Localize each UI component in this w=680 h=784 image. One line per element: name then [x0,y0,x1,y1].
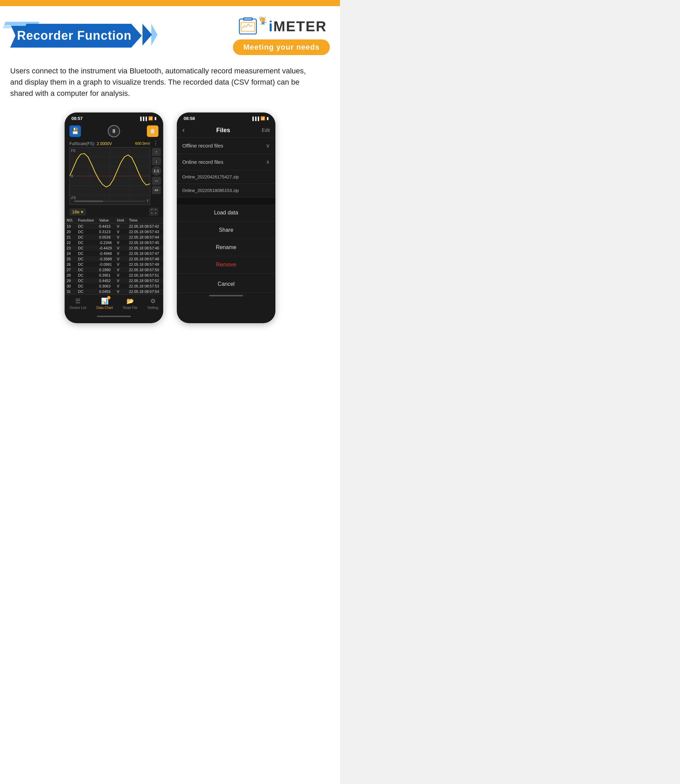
table-row: 19DC0.4415V22.05.18 08:57:42 [65,224,163,229]
phone2-home-bar [177,293,275,300]
home-indicator [97,316,131,317]
scroll-right-button[interactable]: ⇔ [152,186,161,194]
load-data-button[interactable]: Load data [177,204,275,222]
nav-setting-label: Setting [148,306,158,310]
signal-icon: ▐▐▐ [139,116,147,121]
description-text: Users connect to the instrument via Blue… [10,65,316,99]
waveform-svg [70,148,150,204]
phone2-status-bar: 08:58 ▐▐▐ 📶 ▮ [177,113,275,123]
phone2-time: 08:58 [184,116,195,121]
nav-data-chart-label: Data Chart [96,306,113,310]
online-record-files-label: Online record files [182,159,224,165]
channel-label: 18e [72,209,80,214]
phone2-topbar: ‹ Files Edit [177,123,275,137]
chart-fs-label: FS [71,149,76,152]
table-row: 23DC-0.4429V22.05.18 08:57:46 [65,245,163,251]
wifi-icon: 📶 [148,116,153,121]
svg-rect-15 [74,201,103,202]
zoom-1to1-button[interactable]: 1:1 [152,166,161,176]
back-button[interactable]: ‹ [182,126,185,135]
chart-controls: ↑ ↓ 1:1 ↔ ⇔ [152,147,161,205]
setting-icon: ⚙ [150,297,156,305]
chevron-down-icon: ▾ [81,209,83,214]
full-scale-bar: FullScale(FS): 2.0000V 600.0mV ⋮ [65,139,163,147]
action-list: Load dataShareRenameRemoveCancel [177,204,275,293]
logo-area: 📡 i iMETER Meeting your needs [233,16,330,55]
table-row: 25DC-0.3589V22.05.18 08:57:48 [65,256,163,262]
col-value: Value [97,217,115,224]
chart-zero-label: 0 [71,174,73,178]
table-row: 22DC-0.2346V22.05.18 08:57:45 [65,240,163,245]
main-content: Recorder Function 📡 [0,6,340,784]
zoom-up-button[interactable]: ↑ [152,148,161,156]
nav-device-list[interactable]: ☰ Device List [70,297,87,310]
nav-read-file[interactable]: 📂 Read File [123,297,137,310]
wifi-icon: 📶 [260,116,265,121]
expand-icon: ⛶ [151,209,156,214]
phone1: 08:57 ▐▐▐ 📶 ▮ 💾 ⏸ 🗑 [65,113,163,323]
zoom-down-button[interactable]: ↓ [152,157,161,165]
logo-text: iMETER [269,18,327,35]
header: Recorder Function 📡 [10,13,330,55]
svg-point-4 [260,17,265,22]
cancel-button[interactable]: Cancel [177,276,275,293]
nav-data-chart[interactable]: 📊● Data Chart [96,297,113,310]
save-button[interactable]: 💾 [69,126,81,137]
table-row: 26DC-0.0991V22.05.18 08:57:49 [65,262,163,267]
nav-read-file-label: Read File [123,306,137,310]
rename-button[interactable]: Rename [177,239,275,256]
file-item[interactable]: Online_20220518085153.zip [177,184,275,198]
logo-tagline: Meeting your needs [233,39,330,55]
share-button[interactable]: Share [177,222,275,239]
nav-setting[interactable]: ⚙ Setting [148,297,158,310]
data-table-container: NO. Function Value Unit Time 19DC0.4415V… [65,217,163,294]
file-item[interactable]: Online_20220426175427.zip [177,170,275,184]
full-scale-label: FullScale(FS): [69,141,95,146]
table-row: 24DC-0.4948V22.05.18 08:57:47 [65,251,163,256]
data-table: NO. Function Value Unit Time 19DC0.4415V… [65,217,163,294]
offline-record-files-row[interactable]: Offline record files ∨ [177,138,275,154]
svg-rect-0 [239,19,257,34]
chart-area[interactable]: FS 0 -FS T [69,147,150,205]
col-time: Time [127,217,163,224]
scroll-left-button[interactable]: ↔ [152,177,161,185]
files-title: Files [216,127,230,134]
remove-button[interactable]: Remove [177,256,275,273]
phone1-home-bar [65,314,163,321]
phone1-status-bar: 08:57 ▐▐▐ 📶 ▮ [65,113,163,123]
expand-button[interactable]: ⛶ [149,207,159,216]
chart-container: FS 0 -FS T [65,147,163,206]
table-row: 28DC0.3951V22.05.18 08:57:51 [65,273,163,278]
more-options-icon[interactable]: ⋮ [153,140,159,146]
pause-button[interactable]: ⏸ [108,125,120,137]
read-file-icon: 📂 [126,297,134,305]
chart-toolbar: 18e ▾ ⛶ [65,206,163,217]
phone1-nav: ☰ Device List 📊● Data Chart 📂 Read File … [65,294,163,314]
phone1-time: 08:57 [71,116,83,121]
device-list-icon: ☰ [75,297,80,305]
imeter-logo-icon: 📡 i [236,16,266,37]
table-row: 21DC0.0539V22.05.18 08:57:44 [65,234,163,240]
edit-button[interactable]: Edit [262,127,270,133]
online-record-files-row[interactable]: Online record files ∧ [177,154,275,170]
table-row: 20DC0.3123V22.05.18 08:57:43 [65,229,163,234]
phone2: 08:58 ▐▐▐ 📶 ▮ ‹ Files Edit Offline recor… [177,113,275,323]
nav-device-list-label: Device List [70,306,87,310]
logo-top: 📡 i iMETER [236,16,327,37]
offline-record-files-label: Offline record files [182,143,224,149]
col-unit: Unit [115,217,127,224]
table-row: 29DC0.4452V22.05.18 08:57:52 [65,278,163,283]
channel-selector[interactable]: 18e ▾ [69,208,86,215]
col-function: Function [76,217,97,224]
battery-icon: ▮ [154,116,156,121]
phone2-status-icons: ▐▐▐ 📶 ▮ [251,116,269,121]
full-scale-mv: 600.0mV [135,141,150,145]
home-indicator [209,295,243,296]
spacer [177,198,275,204]
file-list: Online_20220426175427.zipOnline_20220518… [177,170,275,198]
online-chevron-icon: ∧ [266,159,270,165]
full-scale-value: 2.0000V [96,141,112,146]
delete-button[interactable]: 🗑 [147,126,159,137]
phone1-status-icons: ▐▐▐ 📶 ▮ [139,116,156,121]
table-row: 27DC0.1890V22.05.18 08:57:50 [65,267,163,273]
